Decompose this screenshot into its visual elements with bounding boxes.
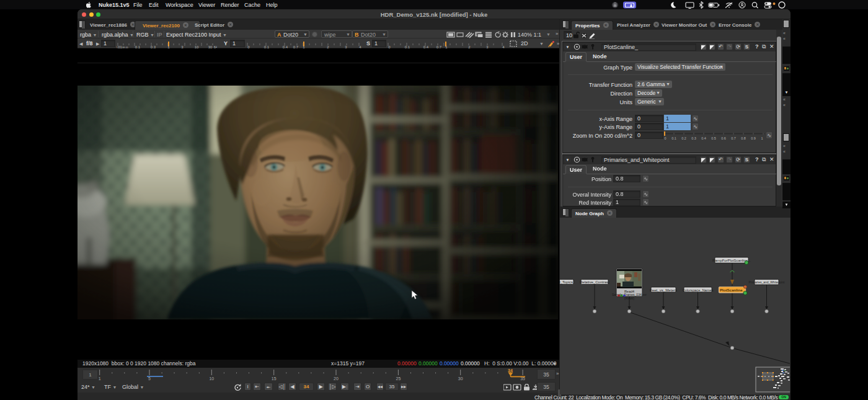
svg-text:1: 1: [99, 376, 101, 381]
svg-text:0: 0: [664, 136, 666, 140]
svg-text:10: 10: [209, 376, 214, 381]
svg-text:30: 30: [458, 376, 463, 381]
svg-text:0.5: 0.5: [711, 136, 716, 140]
svg-text:5: 5: [148, 376, 151, 381]
svg-text:Feet_vs_Meters: Feet_vs_Meters: [650, 288, 677, 292]
svg-text:25: 25: [396, 376, 401, 381]
svg-text:0.6: 0.6: [721, 136, 726, 140]
svg-text:15: 15: [272, 376, 277, 381]
svg-text:0.1: 0.1: [671, 136, 676, 140]
svg-text:0.8: 0.8: [741, 136, 746, 140]
svg-text:0.7: 0.7: [731, 136, 736, 140]
svg-text:0.2: 0.2: [681, 136, 686, 140]
svg-text:1: 1: [761, 136, 763, 140]
svg-text:Primaries_and_Whitepoint: Primaries_and_Whitepoint: [749, 280, 785, 284]
svg-text:Colorspace_Names: Colorspace_Names: [683, 288, 714, 292]
svg-text:PlotScanline_: PlotScanline_: [720, 288, 745, 292]
svg-text:0.4: 0.4: [701, 136, 706, 140]
svg-text:0.9: 0.9: [751, 136, 756, 140]
svg-text:al_Topics: al_Topics: [560, 280, 573, 284]
svg-text:20: 20: [334, 376, 339, 381]
svg-text:Relative_Contrast: Relative_Contrast: [580, 280, 609, 284]
svg-text:(RAW): (RAW): [624, 296, 634, 300]
svg-text:0.3: 0.3: [691, 136, 696, 140]
svg-text:34: 34: [508, 368, 513, 373]
